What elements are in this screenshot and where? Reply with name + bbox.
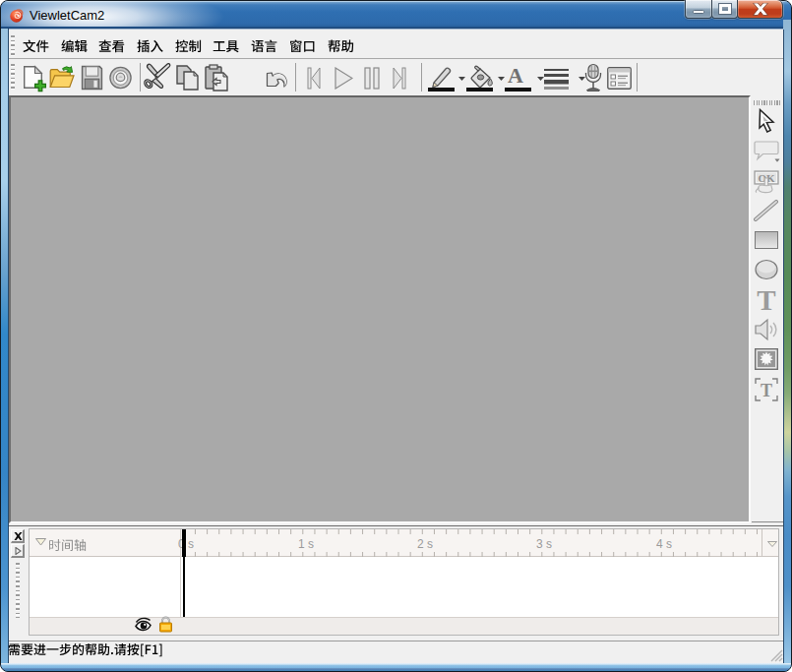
svg-text:T: T xyxy=(761,381,772,400)
